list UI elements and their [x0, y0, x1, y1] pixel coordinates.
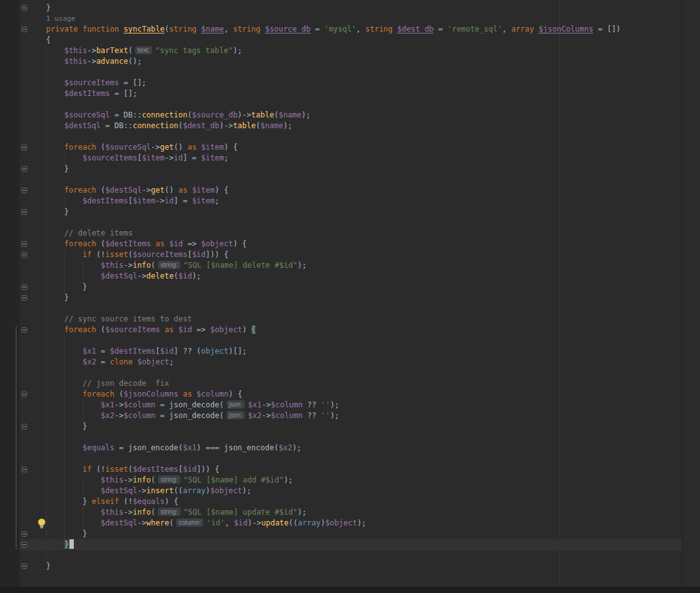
code-line[interactable]: if (!isset($destItems[$id])) {: [0, 464, 682, 475]
code-line[interactable]: foreach ($jsonColumns as $column) {: [0, 389, 682, 400]
code-token: [178, 390, 182, 398]
code-token: (): [174, 143, 187, 152]
fold-open-icon[interactable]: [21, 252, 27, 258]
code-token: $destItems: [83, 196, 128, 205]
code-token: ->: [262, 400, 271, 409]
fold-open-icon[interactable]: [21, 241, 27, 247]
code-token: ->: [87, 57, 96, 66]
fold-close-icon[interactable]: [21, 166, 27, 172]
fold-close-icon[interactable]: [21, 424, 27, 429]
code-token: connection: [133, 121, 178, 130]
code-line[interactable]: $x2->$column = json_decode(json:$x2->$co…: [0, 410, 682, 421]
code-line[interactable]: if (!isset($sourceItems[$id])) {: [0, 249, 682, 260]
code-line[interactable]: [0, 453, 682, 464]
code-line[interactable]: $sourceItems[$item->id] = $item;: [0, 153, 682, 164]
code-line[interactable]: {: [0, 35, 682, 45]
code-token: $id: [183, 465, 197, 474]
code-line[interactable]: }: [0, 529, 682, 539]
code-token: [28, 347, 83, 356]
fold-close-icon[interactable]: [21, 563, 27, 569]
fold-open-icon[interactable]: [21, 188, 27, 193]
code-line[interactable]: $x2 = clone $object;: [0, 357, 682, 368]
fold-close-icon[interactable]: [21, 542, 27, 548]
code-line[interactable]: [0, 67, 682, 78]
code-token: info: [133, 261, 151, 270]
code-token: string: [169, 25, 201, 33]
code-line[interactable]: [0, 335, 682, 346]
fold-close-icon[interactable]: [21, 531, 27, 537]
code-line[interactable]: $destSql->where(column:'id', $id)->updat…: [0, 518, 682, 529]
code-line[interactable]: [0, 432, 682, 443]
code-line[interactable]: }: [0, 421, 682, 432]
code-line[interactable]: foreach ($sourceSql->get() as $item) {: [0, 142, 682, 153]
code-line[interactable]: [0, 303, 682, 314]
code-line[interactable]: [0, 131, 682, 142]
fold-open-icon[interactable]: [21, 392, 27, 397]
code-line[interactable]: // sync source items to dest: [0, 314, 682, 325]
code-line[interactable]: [0, 174, 682, 185]
fold-close-icon[interactable]: [21, 295, 27, 301]
code-line[interactable]: $destSql->insert((array)$object);: [0, 486, 682, 496]
code-line[interactable]: private function syncTable(string $name,…: [0, 24, 682, 35]
code-token: = json_encode(: [114, 443, 182, 452]
code-token: isset: [105, 465, 128, 474]
fold-close-icon[interactable]: [21, 209, 27, 215]
code-line[interactable]: $equals = json_encode($x1) === json_enco…: [0, 443, 682, 453]
code-line[interactable]: [0, 99, 682, 110]
code-token: $column: [196, 390, 228, 398]
code-token: array: [511, 25, 538, 33]
fold-close-icon[interactable]: [21, 5, 27, 11]
fold-open-icon[interactable]: [21, 145, 27, 150]
code-line[interactable]: [0, 217, 682, 228]
code-line[interactable]: }: [0, 292, 682, 303]
code-line[interactable]: $destSql->delete($id);: [0, 271, 682, 282]
intention-bulb-icon[interactable]: [36, 518, 47, 529]
code-token: $column: [271, 400, 303, 409]
code-line[interactable]: $destSql = DB::connection($dest_db)->tab…: [0, 121, 682, 131]
code-line[interactable]: }: [0, 282, 682, 292]
code-line[interactable]: // json decode fix: [0, 378, 682, 389]
code-text: } elseif (!$equals) {: [0, 496, 682, 507]
code-line[interactable]: $this->info(string:"SQL [$name] delete #…: [0, 260, 682, 271]
code-line[interactable]: } elseif (!$equals) {: [0, 496, 682, 507]
code-line[interactable]: foreach ($destItems as $id => $object) {: [0, 239, 682, 249]
code-line[interactable]: foreach ($destSql->get() as $item) {: [0, 185, 682, 196]
code-line[interactable]: [0, 368, 682, 378]
code-token: ->: [262, 411, 271, 420]
fold-open-icon[interactable]: [21, 327, 27, 333]
code-token: $destSql: [101, 272, 138, 280]
code-token: get: [151, 186, 165, 195]
code-line[interactable]: 1 usage: [0, 13, 682, 24]
code-token: {: [251, 325, 256, 334]
code-line[interactable]: }: [0, 207, 682, 217]
code-line[interactable]: foreach ($sourceItems as $id => $object)…: [0, 325, 682, 335]
code-line[interactable]: }: [0, 539, 682, 550]
code-token: string: [365, 25, 398, 33]
code-line[interactable]: $this->advance();: [0, 56, 682, 67]
code-token: );: [330, 400, 339, 409]
fold-open-icon[interactable]: [21, 467, 27, 472]
code-token: ] ?? (: [174, 347, 201, 356]
code-line[interactable]: $this->info(string:"SQL [$name] update #…: [0, 507, 682, 518]
code-line[interactable]: $this->barText(text:"sync tags table");: [0, 45, 682, 56]
code-token: "SQL [$name] delete #$id": [184, 261, 298, 270]
code-line[interactable]: }: [0, 164, 682, 174]
code-line[interactable]: $this->info(string:"SQL [$name] add #$id…: [0, 475, 682, 486]
fold-open-icon[interactable]: [21, 27, 27, 32]
code-line[interactable]: }: [0, 561, 682, 572]
code-text: }: [0, 529, 682, 539]
code-token: $id: [234, 518, 248, 527]
code-line[interactable]: [0, 550, 682, 561]
code-line[interactable]: $sourceItems = [];: [0, 78, 682, 88]
code-token: foreach: [64, 325, 97, 334]
code-line[interactable]: $destItems = [];: [0, 88, 682, 99]
fold-close-icon[interactable]: [21, 284, 27, 290]
code-line[interactable]: $x1->$column = json_decode(json:$x1->$co…: [0, 400, 682, 410]
code-line[interactable]: }: [0, 3, 682, 13]
code-line[interactable]: // delete items: [0, 228, 682, 239]
code-text: $destItems = [];: [0, 88, 682, 99]
code-text: $this->info(string:"SQL [$name] add #$id…: [0, 475, 682, 486]
code-line[interactable]: $sourceSql = DB::connection($source_db)-…: [0, 110, 682, 121]
code-line[interactable]: $destItems[$item->id] = $item;: [0, 196, 682, 207]
code-line[interactable]: $x1 = $destItems[$id] ?? (object)[];: [0, 346, 682, 357]
